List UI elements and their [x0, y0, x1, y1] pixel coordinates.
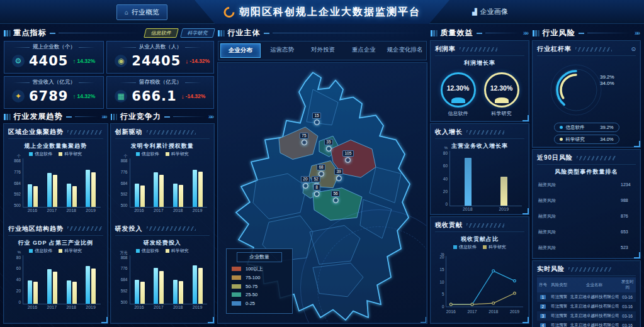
competitiveness-panel: 创新驱动 发明专利累计授权数量信息软件科学研究个8687766845925002… [111, 124, 215, 323]
chart-title: 风险类型事件数量排名 [537, 168, 636, 176]
table-header-cell: 风险类型 [549, 277, 570, 292]
chart-rd-invest: 研发经费投入信息软件科学研究万元868776684592500201620172… [115, 237, 210, 321]
tab-change-ranking[interactable]: 规企变化排名 [385, 43, 424, 58]
legend-swatch [29, 249, 33, 253]
legend-item: 科学研究 [166, 151, 189, 157]
chart-legend: 信息软件科学研究 [435, 244, 524, 250]
bar[interactable] [86, 170, 90, 207]
bar[interactable] [159, 271, 164, 304]
map-legend-swatch [232, 284, 241, 289]
bar-group [173, 158, 183, 207]
bar[interactable] [159, 175, 164, 207]
tab-operation-status[interactable]: 运营态势 [263, 43, 302, 58]
x-tick: 2019 [86, 208, 96, 213]
bar[interactable] [135, 280, 139, 304]
bar[interactable] [53, 175, 57, 207]
info-icon[interactable]: ⊙ [631, 46, 636, 52]
bar[interactable] [465, 158, 472, 206]
nav-enterprise-portrait[interactable]: ▟ 企业画像 [465, 4, 516, 19]
bar[interactable] [198, 268, 203, 304]
bar[interactable] [154, 268, 158, 303]
more-icon[interactable]: »» [208, 113, 214, 120]
kpi-card: 从业人员数（人）◉24405↓-14.32% [106, 41, 214, 74]
table-row: 2司法预警北京启迪卓越科技有限公司03-16 [537, 302, 636, 311]
bar[interactable] [135, 184, 139, 207]
section-competitiveness: 行业竞争力 »» [111, 111, 215, 122]
map-marker[interactable]: 8 [314, 184, 320, 197]
bar[interactable] [47, 269, 52, 304]
chart-legend: 信息软件科学研究 [115, 248, 210, 254]
svg-text:5: 5 [442, 292, 444, 296]
x-tick: 2018 [66, 208, 76, 213]
y-tick: 592 [121, 192, 128, 196]
nav-industry-overview[interactable]: ⌂ 行业概览 [116, 4, 167, 20]
tab-outbound-investment[interactable]: 对外投资 [303, 43, 342, 58]
bar[interactable] [179, 281, 183, 303]
chart-profit-gauges: 利润增长率12.30%信息软件12.30%科学研究 [435, 57, 524, 118]
hbar-row: 融资风险988 [538, 197, 635, 204]
bar[interactable] [179, 185, 183, 207]
tab-key-enterprises[interactable]: 重点企业 [344, 43, 383, 58]
map-marker[interactable]: 15 [312, 113, 321, 125]
table-cell: 03-16 [619, 321, 636, 327]
chart-legend: 信息软件科学研究 [115, 151, 210, 157]
more-icon[interactable]: »» [523, 30, 529, 36]
x-tick: 2019 [499, 207, 509, 211]
realtime-risk-table: 序号风险类型企业名称发生时间 1司法预警北京启迪卓越科技有限公司03-162司法… [537, 277, 636, 327]
x-tick: 2018 [66, 305, 76, 309]
bar[interactable] [53, 272, 57, 303]
bar[interactable] [86, 266, 90, 304]
x-tick: 2019 [86, 305, 96, 309]
tab-enterprise-distribution[interactable]: 企业分布 [220, 43, 261, 58]
hbar-track [560, 231, 618, 233]
map-marker[interactable]: 39 [334, 169, 343, 181]
map-marker[interactable]: 35 [324, 139, 333, 152]
bar[interactable] [198, 172, 203, 207]
table-cell: 司法预警 [549, 302, 570, 311]
map-legend-row: 75-100 [232, 275, 287, 280]
bar[interactable] [67, 280, 71, 304]
marker-value: 68 [317, 164, 325, 170]
y-tick: 592 [121, 289, 128, 293]
bar[interactable] [91, 269, 96, 304]
bar[interactable] [28, 280, 32, 304]
map-marker[interactable]: 68 [317, 164, 325, 177]
bar[interactable] [28, 184, 32, 207]
section-industry-body: 行业主体 [218, 28, 427, 38]
row-index-badge: 3 [540, 314, 546, 318]
hbar-value: 988 [621, 198, 635, 202]
bar[interactable] [47, 173, 52, 207]
bar[interactable] [193, 265, 197, 303]
table-row: 1司法预警北京启迪卓越科技有限公司03-16 [537, 292, 636, 302]
table-row: 3司法预警北京启迪卓越科技有限公司03-16 [537, 311, 636, 321]
bar[interactable] [72, 186, 77, 207]
map-marker[interactable]: 56 [331, 191, 340, 203]
legend-item: 科学研究 [166, 248, 189, 254]
map-marker[interactable]: 20 [301, 176, 310, 189]
bar[interactable] [140, 186, 145, 207]
bar[interactable] [173, 280, 178, 303]
map-marker[interactable]: 105 [342, 150, 354, 163]
more-icon[interactable]: »» [101, 113, 107, 120]
tag-info-software[interactable]: 信息软件 [144, 28, 179, 38]
arrow-down-icon: ↓ [181, 93, 184, 100]
bar[interactable] [173, 184, 178, 207]
tag-science-research[interactable]: 科学研究 [180, 28, 215, 38]
bar[interactable] [67, 184, 71, 207]
bar[interactable] [72, 282, 77, 304]
bar[interactable] [154, 172, 158, 207]
table-header-cell: 发生时间 [619, 277, 636, 292]
chart-plot: 个868776684592500 [115, 158, 210, 208]
bar[interactable] [33, 282, 38, 304]
gauge-mound [451, 97, 465, 103]
section-icon [431, 30, 438, 36]
map-marker[interactable]: 75 [300, 133, 308, 145]
more-icon[interactable]: »» [635, 30, 640, 36]
bar[interactable] [140, 282, 145, 304]
bar-group [86, 158, 96, 207]
section-icon [4, 30, 11, 36]
bar[interactable] [33, 186, 38, 207]
bar[interactable] [193, 170, 197, 207]
bar[interactable] [91, 172, 96, 207]
bar[interactable] [500, 177, 507, 206]
